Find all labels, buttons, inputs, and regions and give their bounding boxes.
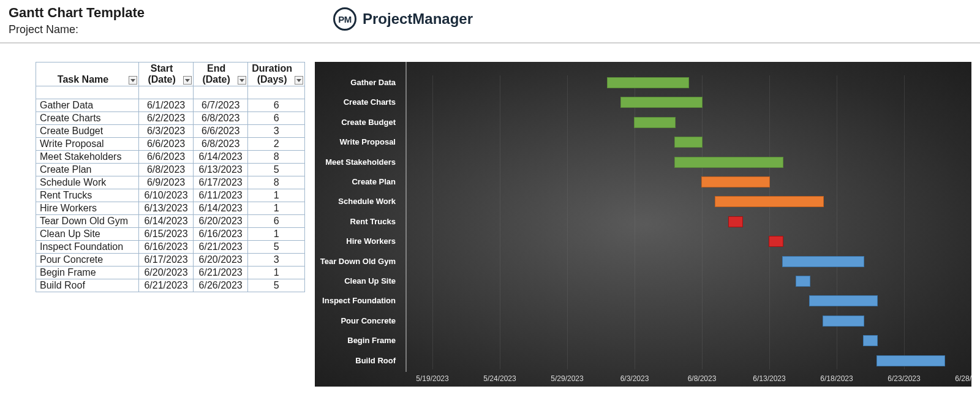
gantt-bar[interactable]: [621, 97, 702, 107]
filter-icon[interactable]: [183, 76, 192, 85]
cell-end[interactable]: 6/7/2023: [194, 99, 248, 112]
cell-start[interactable]: 6/10/2023: [139, 189, 194, 202]
cell-start[interactable]: 6/8/2023: [139, 164, 194, 176]
gantt-bar[interactable]: [635, 118, 675, 127]
cell-name[interactable]: Pour Concrete: [36, 254, 139, 267]
cell-duration[interactable]: 3: [248, 254, 305, 267]
cell-name[interactable]: Tear Down Old Gym: [36, 215, 139, 228]
cell-duration[interactable]: 1: [248, 228, 305, 241]
cell-duration[interactable]: 6: [248, 99, 305, 112]
cell-end[interactable]: 6/8/2023: [194, 112, 248, 125]
cell-name[interactable]: Inspect Foundation: [36, 241, 139, 254]
col-header-end[interactable]: End (Date): [194, 62, 248, 86]
col-header-start[interactable]: Start (Date): [139, 62, 194, 86]
cell-end[interactable]: 6/14/2023: [194, 151, 248, 164]
cell-start[interactable]: 6/13/2023: [139, 202, 194, 215]
cell-name[interactable]: Create Charts: [36, 112, 139, 125]
gantt-bar[interactable]: [877, 356, 944, 366]
cell-start[interactable]: 6/6/2023: [139, 151, 194, 164]
gantt-bar[interactable]: [783, 257, 864, 267]
table-row[interactable]: Pour Concrete6/17/20236/20/20233: [36, 254, 305, 267]
x-tick-label: 5/24/2023: [483, 374, 516, 383]
table-row[interactable]: Rent Trucks6/10/20236/11/20231: [36, 189, 305, 202]
col-header-duration[interactable]: Duration (Days): [248, 62, 305, 86]
cell-duration[interactable]: 5: [248, 164, 305, 176]
cell-name[interactable]: Schedule Work: [36, 176, 139, 189]
cell-start[interactable]: 6/17/2023: [139, 254, 194, 267]
cell-end[interactable]: 6/17/2023: [194, 176, 248, 189]
cell-duration[interactable]: 6: [248, 112, 305, 125]
cell-name[interactable]: Begin Frame: [36, 267, 139, 279]
table-row[interactable]: Begin Frame6/20/20236/21/20231: [36, 267, 305, 279]
table-row[interactable]: Meet Stakeholders6/6/20236/14/20238: [36, 151, 305, 164]
cell-name[interactable]: Clean Up Site: [36, 228, 139, 241]
cell-end[interactable]: 6/13/2023: [194, 164, 248, 176]
cell-duration[interactable]: 1: [248, 267, 305, 279]
table-row[interactable]: Inspect Foundation6/16/20236/21/20235: [36, 241, 305, 254]
cell-start[interactable]: 6/16/2023: [139, 241, 194, 254]
cell-duration[interactable]: 2: [248, 138, 305, 151]
table-row[interactable]: Gather Data6/1/20236/7/20236: [36, 99, 305, 112]
cell-start[interactable]: 6/1/2023: [139, 99, 194, 112]
filter-icon[interactable]: [295, 76, 303, 85]
cell-duration[interactable]: 8: [248, 176, 305, 189]
cell-duration[interactable]: 5: [248, 241, 305, 254]
table-row[interactable]: Clean Up Site6/15/20236/16/20231: [36, 228, 305, 241]
cell-name[interactable]: Create Budget: [36, 125, 139, 138]
col-header-name[interactable]: Task Name: [36, 62, 139, 86]
cell-duration[interactable]: 6: [248, 215, 305, 228]
cell-end[interactable]: 6/16/2023: [194, 228, 248, 241]
gantt-bar[interactable]: [864, 336, 877, 346]
cell-name[interactable]: Meet Stakeholders: [36, 151, 139, 164]
cell-end[interactable]: 6/21/2023: [194, 241, 248, 254]
cell-name[interactable]: Write Proposal: [36, 138, 139, 151]
gantt-bar[interactable]: [796, 276, 810, 286]
gantt-bar[interactable]: [810, 296, 877, 306]
table-row[interactable]: Tear Down Old Gym6/14/20236/20/20236: [36, 215, 305, 228]
cell-end[interactable]: 6/26/2023: [194, 279, 248, 292]
filter-icon[interactable]: [129, 76, 137, 85]
cell-duration[interactable]: 5: [248, 279, 305, 292]
gantt-bar[interactable]: [769, 236, 783, 246]
cell-duration[interactable]: 8: [248, 151, 305, 164]
gantt-bar[interactable]: [608, 78, 688, 88]
gantt-bar[interactable]: [823, 316, 864, 326]
cell-start[interactable]: 6/2/2023: [139, 112, 194, 125]
cell-start[interactable]: 6/3/2023: [139, 125, 194, 138]
gantt-bar[interactable]: [702, 177, 769, 187]
cell-duration[interactable]: 1: [248, 189, 305, 202]
cell-start[interactable]: 6/20/2023: [139, 267, 194, 279]
cell-end[interactable]: 6/20/2023: [194, 254, 248, 267]
cell-duration[interactable]: 3: [248, 125, 305, 138]
gantt-bar[interactable]: [729, 217, 742, 227]
cell-name[interactable]: Create Plan: [36, 164, 139, 176]
cell-start[interactable]: 6/14/2023: [139, 215, 194, 228]
cell-name[interactable]: Rent Trucks: [36, 189, 139, 202]
table-row[interactable]: Schedule Work6/9/20236/17/20238: [36, 176, 305, 189]
filter-icon[interactable]: [238, 76, 246, 85]
table-row[interactable]: Build Roof6/21/20236/26/20235: [36, 279, 305, 292]
table-row[interactable]: Create Budget6/3/20236/6/20233: [36, 125, 305, 138]
cell-end[interactable]: 6/6/2023: [194, 125, 248, 138]
cell-end[interactable]: 6/14/2023: [194, 202, 248, 215]
cell-start[interactable]: 6/9/2023: [139, 176, 194, 189]
table-row[interactable]: Create Plan6/8/20236/13/20235: [36, 164, 305, 176]
chart-row-label: Create Charts: [315, 93, 399, 112]
cell-start[interactable]: 6/6/2023: [139, 138, 194, 151]
table-row[interactable]: Hire Workers6/13/20236/14/20231: [36, 202, 305, 215]
gantt-bar[interactable]: [715, 197, 823, 206]
cell-end[interactable]: 6/11/2023: [194, 189, 248, 202]
cell-name[interactable]: Gather Data: [36, 99, 139, 112]
cell-name[interactable]: Hire Workers: [36, 202, 139, 215]
cell-end[interactable]: 6/21/2023: [194, 267, 248, 279]
cell-duration[interactable]: 1: [248, 202, 305, 215]
cell-end[interactable]: 6/20/2023: [194, 215, 248, 228]
gantt-bar[interactable]: [675, 157, 783, 167]
cell-start[interactable]: 6/15/2023: [139, 228, 194, 241]
gantt-bar[interactable]: [675, 137, 702, 147]
cell-end[interactable]: 6/8/2023: [194, 138, 248, 151]
cell-name[interactable]: Build Roof: [36, 279, 139, 292]
table-row[interactable]: Write Proposal6/6/20236/8/20232: [36, 138, 305, 151]
table-row[interactable]: Create Charts6/2/20236/8/20236: [36, 112, 305, 125]
cell-start[interactable]: 6/21/2023: [139, 279, 194, 292]
